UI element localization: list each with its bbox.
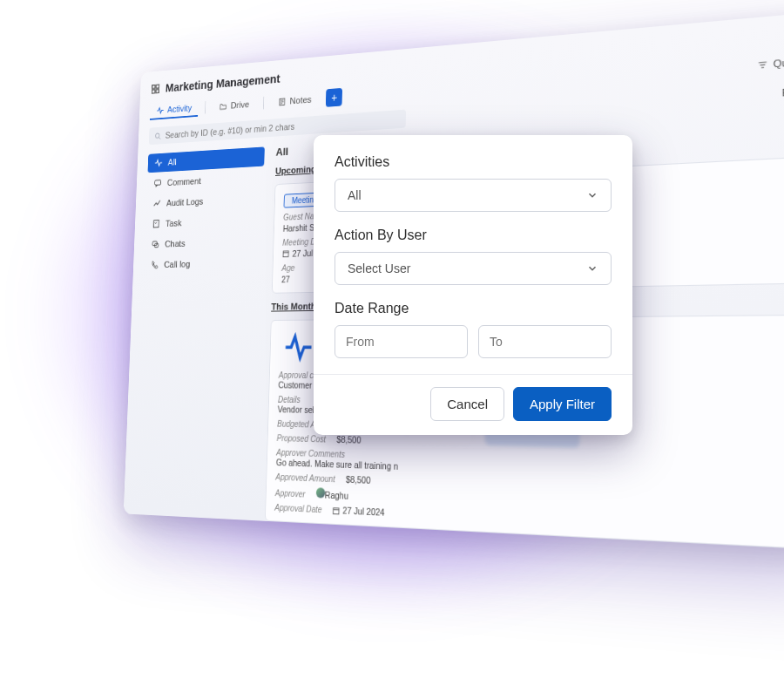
tab-drive[interactable]: Drive xyxy=(213,96,257,115)
approval-date-value: 27 Jul 2024 xyxy=(333,504,385,517)
pulse-icon xyxy=(283,330,314,364)
activities-value: All xyxy=(348,188,362,202)
cancel-button[interactable]: Cancel xyxy=(430,387,504,421)
apply-filter-button[interactable]: Apply Filter xyxy=(513,387,612,421)
filter-icon xyxy=(757,59,767,70)
plus-icon: + xyxy=(331,91,337,104)
date-from-field[interactable] xyxy=(335,325,468,358)
svg-rect-12 xyxy=(334,508,340,514)
quick-filter-label: Quick Filter xyxy=(774,54,784,70)
approved-amount-key: Approved Amount xyxy=(275,472,335,483)
svg-rect-1 xyxy=(156,85,159,88)
avatar xyxy=(315,487,325,498)
sidebar-item-label: Task xyxy=(166,218,182,228)
chart-icon xyxy=(152,199,161,208)
tab-activity[interactable]: Activity xyxy=(150,99,199,120)
chat-icon xyxy=(152,240,160,249)
comment-icon xyxy=(153,178,162,187)
date-from-input[interactable] xyxy=(346,335,456,349)
age-value: 27 xyxy=(281,274,294,284)
phone-icon xyxy=(151,260,159,269)
action-by-select[interactable]: Select User xyxy=(335,252,612,285)
add-tab-button[interactable]: + xyxy=(326,88,342,107)
task-icon xyxy=(152,219,161,228)
approver-value: Raghu xyxy=(315,487,348,500)
tab-separator xyxy=(263,97,264,110)
modal-separator xyxy=(314,374,632,375)
approved-amount-value: $8,500 xyxy=(346,473,371,485)
note-icon xyxy=(278,97,286,106)
activities-select[interactable]: All xyxy=(335,179,612,212)
quick-filter-button[interactable]: Quick Filter xyxy=(757,54,784,71)
proposed-key: Proposed Cost xyxy=(277,433,327,444)
sidebar-item-label: Chats xyxy=(165,239,186,249)
tab-notes[interactable]: Notes xyxy=(271,91,319,111)
chevron-down-icon xyxy=(586,189,598,201)
tab-separator xyxy=(205,101,206,113)
age-key: Age xyxy=(281,263,294,273)
tab-label: Notes xyxy=(289,94,311,105)
tab-label: Drive xyxy=(231,99,250,111)
svg-rect-0 xyxy=(152,85,155,88)
svg-rect-3 xyxy=(156,89,159,92)
sidebar-item-call-log[interactable]: Call log xyxy=(144,252,261,275)
sidebar-item-label: Comment xyxy=(167,176,201,187)
pulse-icon xyxy=(154,158,163,167)
sidebar-item-label: All xyxy=(168,157,177,166)
action-by-value: Select User xyxy=(348,261,410,275)
search-icon xyxy=(154,132,161,140)
sidebar-item-label: Call log xyxy=(164,259,190,269)
svg-rect-7 xyxy=(153,221,159,227)
filter-modal: Activities All Action By User Select Use… xyxy=(314,135,632,435)
approver-key: Approver xyxy=(275,488,306,499)
tab-label: Activity xyxy=(167,103,192,114)
approval-date-key: Approval Date xyxy=(274,502,322,513)
calendar-icon xyxy=(282,249,290,258)
sidebar-item-label: Audit Logs xyxy=(166,196,204,207)
sidebar-item-chats[interactable]: Chats xyxy=(145,231,262,255)
date-range-label: Date Range xyxy=(335,301,612,316)
action-by-label: Action By User xyxy=(335,227,612,243)
svg-rect-11 xyxy=(283,251,288,257)
sidebar: All Comment Audit Logs Task Chats xyxy=(132,146,265,551)
sidebar-item-task[interactable]: Task xyxy=(145,210,263,234)
page-title-text: Marketing Management xyxy=(166,71,280,94)
grid-icon xyxy=(151,83,160,94)
date-to-field[interactable] xyxy=(478,325,612,358)
date-to-input[interactable] xyxy=(490,335,600,349)
calendar-icon xyxy=(333,506,341,515)
svg-rect-2 xyxy=(152,89,154,92)
activities-label: Activities xyxy=(335,154,612,170)
chevron-down-icon xyxy=(586,262,598,275)
folder-icon xyxy=(220,101,227,111)
pulse-icon xyxy=(157,105,165,114)
svg-rect-6 xyxy=(155,180,161,186)
svg-point-5 xyxy=(155,132,159,138)
proposed-value: $8,500 xyxy=(336,434,361,445)
